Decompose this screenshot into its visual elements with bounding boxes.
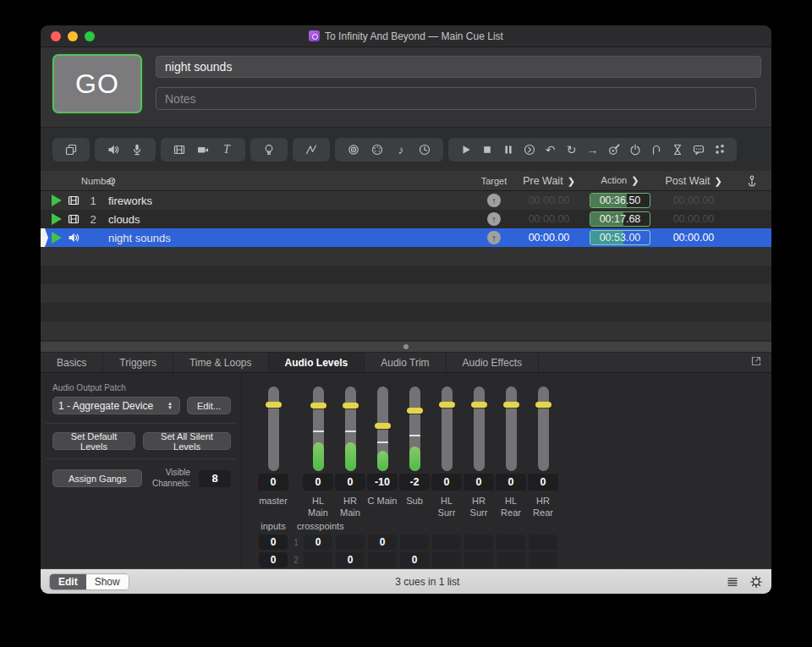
notes-field[interactable] xyxy=(156,87,756,110)
column-header-number[interactable]: Number xyxy=(81,176,105,186)
fader-handle[interactable] xyxy=(535,402,551,408)
cue-row[interactable]: 1fireworks↑00:00.0000:36.5000:00.00 xyxy=(41,191,771,210)
fader-handle[interactable] xyxy=(375,423,391,429)
midi-cue-icon[interactable] xyxy=(365,138,389,162)
set-default-levels-button[interactable]: Set Default Levels xyxy=(52,432,135,450)
fader-hr-main[interactable] xyxy=(345,387,356,471)
post-wait-value[interactable]: 00:00.00 xyxy=(655,232,732,244)
post-wait-value[interactable]: 00:00.00 xyxy=(655,213,732,225)
load-cue-icon[interactable] xyxy=(518,138,540,162)
fader-hr-rear[interactable] xyxy=(538,387,549,471)
video-cue-icon[interactable] xyxy=(167,138,191,162)
anchor-icon[interactable] xyxy=(732,174,771,188)
tab-audio-levels[interactable]: Audio Levels xyxy=(269,353,365,372)
action-value[interactable]: 00:36.50 xyxy=(590,193,650,208)
fader-handle[interactable] xyxy=(503,402,519,408)
fader-handle[interactable] xyxy=(471,402,487,408)
go-button[interactable]: GO xyxy=(52,54,142,113)
fade-cue-icon[interactable] xyxy=(299,138,323,162)
crosspoint-cell[interactable]: 0 xyxy=(336,552,365,567)
pre-wait-value[interactable]: 00:00.00 xyxy=(513,213,585,225)
edit-patch-button[interactable]: Edit... xyxy=(187,397,231,414)
script-cue-icon[interactable] xyxy=(709,138,730,162)
crosspoint-cell[interactable] xyxy=(464,552,493,567)
target-icon[interactable]: ↑ xyxy=(487,212,501,226)
cue-lists-icon[interactable] xyxy=(726,575,739,589)
fader-sub[interactable] xyxy=(409,387,420,471)
crosspoint-cell[interactable]: 0 xyxy=(368,535,397,550)
gear-icon[interactable] xyxy=(749,575,763,589)
tab-time-loops[interactable]: Time & Loops xyxy=(173,353,269,372)
input-level-cell[interactable]: 0 xyxy=(259,535,288,550)
pre-wait-value[interactable]: 00:00.00 xyxy=(513,195,585,206)
camera-cue-icon[interactable] xyxy=(191,138,215,162)
fader-handle[interactable] xyxy=(310,403,326,408)
tab-basics[interactable]: Basics xyxy=(41,353,103,372)
cue-row[interactable]: night sounds↑00:00.0000:53.0000:00.00 xyxy=(41,228,771,247)
input-level-cell[interactable]: 0 xyxy=(259,552,288,567)
stop-cue-icon[interactable] xyxy=(476,138,497,162)
timecode-cue-icon[interactable] xyxy=(413,138,436,162)
level-value-c-main[interactable]: -10 xyxy=(367,474,398,491)
level-value-hl-surr[interactable]: 0 xyxy=(431,474,462,491)
target-cue-icon[interactable] xyxy=(603,138,624,162)
light-cue-icon[interactable] xyxy=(257,138,281,162)
group-cue-icon[interactable] xyxy=(59,138,83,162)
pre-wait-value[interactable]: 00:00.00 xyxy=(513,232,585,244)
crosspoint-cell[interactable] xyxy=(432,535,461,550)
panel-splitter[interactable] xyxy=(41,341,771,353)
tab-audio-trim[interactable]: Audio Trim xyxy=(365,353,446,372)
level-value-hr-main[interactable]: 0 xyxy=(335,474,365,491)
column-header-target[interactable]: Target xyxy=(475,176,513,186)
fader-handle[interactable] xyxy=(439,402,455,408)
tab-triggers[interactable]: Triggers xyxy=(103,353,173,372)
fader-handle[interactable] xyxy=(343,403,359,408)
column-header-post-wait[interactable]: Post Wait❯ xyxy=(655,175,732,187)
crosspoint-cell[interactable] xyxy=(336,535,365,550)
level-value-master[interactable]: 0 xyxy=(258,474,288,491)
minimize-button[interactable] xyxy=(68,31,78,41)
undo-icon[interactable]: ↶ xyxy=(540,138,561,162)
fader-track[interactable] xyxy=(268,387,279,471)
edit-mode-button[interactable]: Edit xyxy=(50,574,86,589)
set-all-silent-levels-button[interactable]: Set All Silent Levels xyxy=(143,432,231,450)
disarm-cue-icon[interactable] xyxy=(645,138,667,162)
play-triangle-icon[interactable] xyxy=(52,213,62,225)
play-triangle-icon[interactable] xyxy=(52,232,62,244)
fader-hl-main[interactable] xyxy=(313,387,324,471)
fader-hl-surr[interactable] xyxy=(442,387,453,471)
close-button[interactable] xyxy=(51,31,61,41)
audio-cue-icon[interactable] xyxy=(102,138,125,162)
cue-name-field[interactable] xyxy=(156,56,761,78)
show-mode-button[interactable]: Show xyxy=(86,574,129,589)
fader-hl-rear[interactable] xyxy=(506,387,517,471)
pause-cue-icon[interactable] xyxy=(497,138,518,162)
fader-track[interactable] xyxy=(474,387,485,471)
crosspoint-cell[interactable] xyxy=(497,552,525,567)
crosspoint-cell[interactable] xyxy=(464,535,493,550)
memo-cue-icon[interactable] xyxy=(688,138,709,162)
zoom-button[interactable] xyxy=(85,31,95,41)
crosspoint-cell[interactable] xyxy=(368,552,397,567)
crosspoint-cell[interactable] xyxy=(432,552,461,567)
crosspoint-cell[interactable] xyxy=(497,535,525,550)
mic-cue-icon[interactable] xyxy=(125,138,149,162)
level-value-sub[interactable]: -2 xyxy=(399,474,430,491)
arm-cue-icon[interactable] xyxy=(624,138,645,162)
assign-gangs-button[interactable]: Assign Gangs xyxy=(52,469,142,487)
crosspoint-cell[interactable] xyxy=(304,552,332,567)
fader-handle[interactable] xyxy=(266,402,282,408)
level-value-hr-surr[interactable]: 0 xyxy=(464,474,494,491)
crosspoint-cell[interactable]: 0 xyxy=(400,552,429,567)
fader-track[interactable] xyxy=(506,387,517,471)
action-value[interactable]: 00:53.00 xyxy=(590,230,650,245)
target-icon[interactable]: ↑ xyxy=(487,231,501,244)
level-value-hl-main[interactable]: 0 xyxy=(303,474,333,491)
cue-row[interactable]: 2clouds↑00:00.0000:17.6800:00.00 xyxy=(41,210,771,228)
start-cue-icon[interactable] xyxy=(455,138,476,162)
redo-icon[interactable]: ↻ xyxy=(561,138,582,162)
column-header-pre-wait[interactable]: Pre Wait❯ xyxy=(513,175,585,187)
popout-icon[interactable] xyxy=(749,354,763,370)
text-cue-icon[interactable]: T xyxy=(215,138,239,162)
fader-handle[interactable] xyxy=(407,408,423,414)
